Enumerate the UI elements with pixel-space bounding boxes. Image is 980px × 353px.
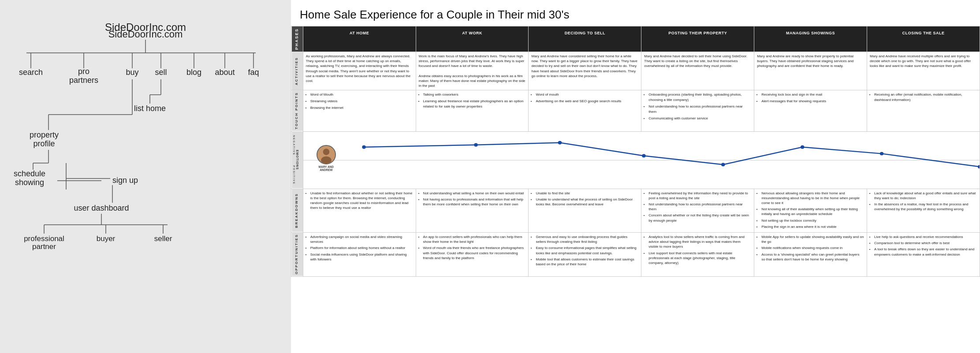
breakdowns-cell-0: Unable to find information about whether… xyxy=(303,189,416,232)
journey-table: PHASES AT HOME AT WORK DECIDING TO SELL … xyxy=(291,26,980,277)
opportunities-cell-4: Mobile App for sellers to update showing… xyxy=(754,232,867,276)
phase-at-home: AT HOME xyxy=(303,26,416,52)
activities-cell-4: Mary and Andrew are ready to show their … xyxy=(754,52,867,90)
breakdowns-cell-5: Lack of knowledge about what a good offe… xyxy=(867,189,980,232)
emotions-row: EMOTIONS POSITIVE NEGATIVE xyxy=(291,131,980,189)
breakdowns-cell-2: Unable to find the site Unable to unders… xyxy=(529,189,641,232)
svg-text:blog: blog xyxy=(186,68,201,77)
phase-deciding: DECIDING TO SELL xyxy=(529,26,641,52)
activities-cell-0: As working professionals, Mary and Andre… xyxy=(303,52,416,90)
svg-text:sign up: sign up xyxy=(112,176,138,185)
svg-text:list home: list home xyxy=(134,104,166,113)
opportunities-cell-2: Generous and easy to use onboarding proc… xyxy=(529,232,641,276)
svg-text:profile: profile xyxy=(33,139,55,148)
touchpoints-cell-0: Word of Mouth Streaming videos Browsing … xyxy=(303,90,416,131)
svg-text:partner: partner xyxy=(32,242,56,251)
svg-point-61 xyxy=(978,165,980,168)
breakdowns-cell-1: Not understanding what selling a home on… xyxy=(416,189,529,232)
svg-point-54 xyxy=(362,145,365,149)
sitemap: SideDoorInc.com search pro partners buy … xyxy=(0,0,291,353)
touchpoints-cell-3: Onboarding process (starting their listi… xyxy=(641,90,754,131)
svg-point-58 xyxy=(721,163,725,166)
touchpoints-cell-1: Talking with coworkers Learning about fr… xyxy=(416,90,529,131)
opportunities-row: OPPORTUNITIES Advertising campaign on so… xyxy=(291,232,980,276)
activities-cell-2: Mary and Andrew have considered selling … xyxy=(529,52,641,90)
svg-point-57 xyxy=(642,154,645,157)
opportunities-cell-0: Advertising campaign on social media and… xyxy=(303,232,416,276)
opportunities-label: OPPORTUNITIES xyxy=(291,232,303,276)
emotions-label: EMOTIONS POSITIVE NEGATIVE xyxy=(291,131,303,189)
phase-posting: POSTING THEIR PROPERTY xyxy=(641,26,754,52)
activities-label: ACTIVITIES xyxy=(291,52,303,90)
breakdowns-label: BREAKDOWNS xyxy=(291,189,303,232)
svg-point-52 xyxy=(323,149,329,155)
touchpoints-cell-2: Word of mouth Advertising on the web and… xyxy=(529,90,641,131)
svg-text:seller: seller xyxy=(154,234,172,243)
opportunities-cell-5: Live help to ask questions and receive r… xyxy=(867,232,980,276)
svg-text:SideDoorInc.com: SideDoorInc.com xyxy=(105,21,186,33)
svg-text:about: about xyxy=(215,68,235,77)
svg-text:buy: buy xyxy=(126,68,138,77)
left-panel: SideDoorInc.com search pro partners buy … xyxy=(0,0,291,353)
svg-text:partners: partners xyxy=(69,76,98,85)
svg-text:user dashboard: user dashboard xyxy=(74,204,129,212)
right-panel: Home Sale Experience for a Couple in The… xyxy=(291,0,980,353)
svg-text:buyer: buyer xyxy=(97,234,116,243)
svg-point-55 xyxy=(474,143,477,146)
activities-row: ACTIVITIES As working professionals, Mar… xyxy=(291,52,980,90)
svg-point-60 xyxy=(880,152,883,155)
phase-at-work: AT WORK xyxy=(416,26,529,52)
svg-text:pro: pro xyxy=(78,67,89,76)
breakdowns-cell-3: Feeling overwhelmed by the information t… xyxy=(641,189,754,232)
phases-row: PHASES AT HOME AT WORK DECIDING TO SELL … xyxy=(291,26,980,52)
touchpoints-row: TOUCH POINTS Word of Mouth Streaming vid… xyxy=(291,90,980,131)
svg-text:showing: showing xyxy=(15,178,44,187)
svg-text:search: search xyxy=(19,68,43,77)
svg-point-53 xyxy=(321,156,332,164)
breakdowns-cell-4: Nervous about allowing strangers into th… xyxy=(754,189,867,232)
touchpoints-cell-5: Receiving an offer (email notification, … xyxy=(867,90,980,131)
svg-text:faq: faq xyxy=(248,68,259,77)
breakdowns-row: BREAKDOWNS Unable to find information ab… xyxy=(291,189,980,232)
svg-text:professional: professional xyxy=(24,234,64,243)
activities-cell-3: Mary and Andrew have decided to sell the… xyxy=(641,52,754,90)
opportunities-cell-1: An app to connect sellers with professio… xyxy=(416,232,529,276)
emotions-graph-cell: MARY AND ANDREW xyxy=(303,131,980,189)
phases-label: PHASES xyxy=(291,26,303,52)
activities-cell-5: Mary and Andrew have received multiple o… xyxy=(867,52,980,90)
activities-cell-1: Work is the main focus of Mary and Andre… xyxy=(416,52,529,90)
svg-text:schedule: schedule xyxy=(14,169,45,178)
journey-title: Home Sale Experience for a Couple in The… xyxy=(291,0,980,26)
svg-text:property: property xyxy=(30,130,59,139)
phase-closing: CLOSING THE SALE xyxy=(867,26,980,52)
opportunities-cell-3: Analytics tool to show sellers where tra… xyxy=(641,232,754,276)
svg-text:sell: sell xyxy=(155,68,167,77)
svg-point-59 xyxy=(801,145,804,149)
phase-managing: MANAGING SHOWINGS xyxy=(754,26,867,52)
touchpoints-cell-4: Receiving lock box and sign in the mail … xyxy=(754,90,867,131)
svg-point-56 xyxy=(558,141,561,144)
touchpoints-label: TOUCH POINTS xyxy=(291,90,303,131)
